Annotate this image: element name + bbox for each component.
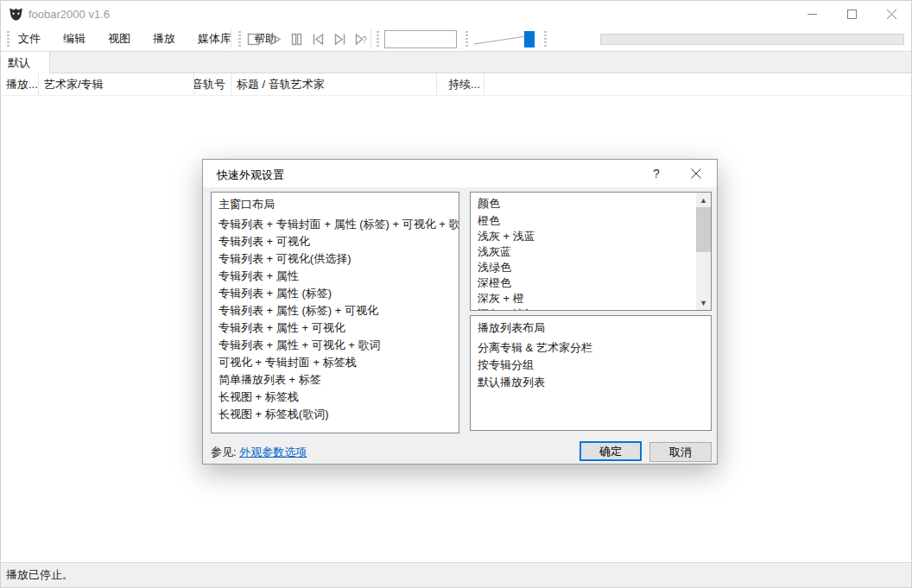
color-options: 橙色浅灰 + 浅蓝浅灰蓝浅绿色深橙色深灰 + 橙深灰 + 淡红 [478, 213, 696, 311]
scrollbar-thumb[interactable] [696, 207, 711, 252]
menu-library[interactable]: 媒体库 [194, 28, 235, 49]
volume-drag-grip[interactable] [466, 31, 468, 47]
svg-text:?: ? [362, 35, 367, 45]
column-track-number[interactable]: 音轨号 [194, 73, 231, 95]
layout-option[interactable]: 长视图 + 标签栈 [218, 389, 459, 406]
menubar-drag-grip[interactable] [7, 31, 10, 47]
colors-listbox[interactable]: 颜色 橙色浅灰 + 浅蓝浅灰蓝浅绿色深橙色深灰 + 橙深灰 + 淡红 ▲ ▼ [470, 192, 712, 311]
column-artist-album[interactable]: 艺术家/专辑 [39, 73, 194, 95]
menu-edit[interactable]: 编辑 [60, 28, 89, 49]
column-title-track-artist[interactable]: 标题 / 音轨艺术家 [231, 73, 437, 95]
volume-thumb [524, 31, 535, 47]
playlist-layout-option[interactable]: 默认播放列表 [478, 374, 711, 391]
statusbar: 播放已停止。 [1, 562, 911, 587]
close-button[interactable] [871, 1, 911, 27]
transport-drag-grip[interactable] [238, 31, 241, 47]
tab-default[interactable]: 默认 [1, 52, 50, 74]
titlebar: foobar2000 v1.6 [1, 1, 911, 27]
layout-option[interactable]: 专辑列表 + 属性 + 可视化 [218, 319, 459, 337]
status-text: 播放已停止。 [6, 567, 73, 583]
cancel-button[interactable]: 取消 [649, 442, 712, 462]
main-layout-options: 专辑列表 + 专辑封面 + 属性 (标签) + 可视化 + 歌词专辑列表 + 可… [218, 216, 459, 423]
color-option[interactable]: 深橙色 [478, 275, 696, 291]
column-header-filler [484, 73, 911, 95]
layout-option[interactable]: 专辑列表 + 专辑封面 + 属性 (标签) + 可视化 + 歌词 [218, 216, 459, 233]
layout-option[interactable]: 可视化 + 专辑封面 + 标签栈 [218, 354, 459, 371]
dialog-titlebar: 快速外观设置 ? [203, 160, 717, 187]
see-also: 参见: 外观参数选项 [211, 445, 307, 460]
colors-list-header: 颜色 [478, 196, 696, 212]
quick-appearance-dialog: 快速外观设置 ? 主窗口布局 专辑列表 + 专辑封面 + 属性 (标签) + 可… [202, 159, 718, 465]
dialog-title: 快速外观设置 [217, 168, 284, 183]
appearance-preferences-link[interactable]: 外观参数选项 [239, 446, 307, 458]
color-option[interactable]: 橙色 [478, 213, 696, 229]
foobar2000-logo-icon [9, 7, 23, 22]
layout-option[interactable]: 专辑列表 + 属性 (标签) [218, 285, 459, 302]
color-option[interactable]: 深灰 + 淡红 [478, 307, 696, 311]
column-playing[interactable]: 播放... [1, 73, 39, 95]
play-button[interactable] [267, 31, 282, 47]
layout-option[interactable]: 专辑列表 + 属性 [218, 268, 459, 285]
tab-label: 默认 [8, 55, 30, 71]
layout-option[interactable]: 专辑列表 + 属性 (标签) + 可视化 [218, 302, 459, 319]
next-button[interactable] [332, 31, 347, 47]
layout-option[interactable]: 长视图 + 标签栈(歌词) [218, 406, 459, 423]
layout-option[interactable]: 简单播放列表 + 标签 [218, 371, 459, 389]
toolbar-separator [370, 29, 371, 48]
layout-option[interactable]: 专辑列表 + 可视化(供选择) [218, 250, 459, 268]
maximize-button[interactable] [832, 1, 871, 27]
menu-file[interactable]: 文件 [15, 28, 44, 49]
seekbar-drag-grip[interactable] [544, 31, 547, 47]
menu-playback[interactable]: 播放 [149, 28, 179, 49]
see-also-label: 参见: [211, 446, 237, 458]
dialog-help-button[interactable]: ? [639, 160, 674, 187]
colors-scrollbar[interactable]: ▲ ▼ [696, 193, 711, 310]
volume-slider[interactable] [472, 29, 536, 48]
seekbar[interactable] [600, 34, 904, 45]
stop-button[interactable] [245, 31, 261, 47]
transport-controls: ? [245, 27, 369, 51]
ok-button[interactable]: 确定 [580, 441, 642, 461]
color-option[interactable]: 浅灰 + 浅蓝 [478, 229, 696, 244]
dialog-close-button[interactable] [679, 160, 713, 187]
color-option[interactable]: 浅灰蓝 [478, 244, 696, 260]
column-duration[interactable]: 持续... [437, 73, 484, 95]
layout-option[interactable]: 专辑列表 + 属性 + 可视化 + 歌词 [218, 337, 459, 354]
color-option[interactable]: 浅绿色 [478, 260, 696, 275]
playlist-layout-option[interactable]: 分离专辑 & 艺术家分栏 [478, 339, 711, 357]
random-button[interactable]: ? [353, 31, 369, 47]
window-controls [792, 1, 911, 27]
toolbar-separator [231, 29, 231, 48]
previous-button[interactable] [310, 31, 326, 47]
playlist-layout-option[interactable]: 按专辑分组 [478, 357, 711, 374]
layout-option[interactable]: 专辑列表 + 可视化 [218, 233, 459, 250]
pause-button[interactable] [288, 31, 304, 47]
main-layout-list-header: 主窗口布局 [218, 196, 459, 213]
playlist-tabstrip: 默认 [1, 51, 911, 73]
playlist-layout-listbox[interactable]: 播放列表布局 分离专辑 & 艺术家分栏按专辑分组默认播放列表 [470, 315, 712, 431]
playlist-column-header: 播放... 艺术家/专辑 音轨号 标题 / 音轨艺术家 持续... [1, 73, 911, 96]
search-input[interactable] [384, 30, 457, 48]
search-drag-grip[interactable] [377, 31, 379, 47]
menu-view[interactable]: 视图 [104, 28, 134, 49]
playlist-layout-options: 分离专辑 & 艺术家分栏按专辑分组默认播放列表 [478, 339, 711, 391]
toolbar: 文件 编辑 视图 播放 媒体库 帮助 [1, 27, 911, 51]
scroll-up-icon[interactable]: ▲ [696, 193, 711, 207]
playlist-layout-list-header: 播放列表布局 [478, 319, 711, 337]
minimize-button[interactable] [792, 1, 832, 27]
color-option[interactable]: 深灰 + 橙 [478, 291, 696, 307]
scroll-down-icon[interactable]: ▼ [696, 295, 711, 310]
main-layout-listbox[interactable]: 主窗口布局 专辑列表 + 专辑封面 + 属性 (标签) + 可视化 + 歌词专辑… [211, 192, 459, 433]
app-window: foobar2000 v1.6 文件 编辑 视图 播放 媒体库 帮助 [0, 0, 912, 588]
window-title: foobar2000 v1.6 [28, 8, 110, 21]
